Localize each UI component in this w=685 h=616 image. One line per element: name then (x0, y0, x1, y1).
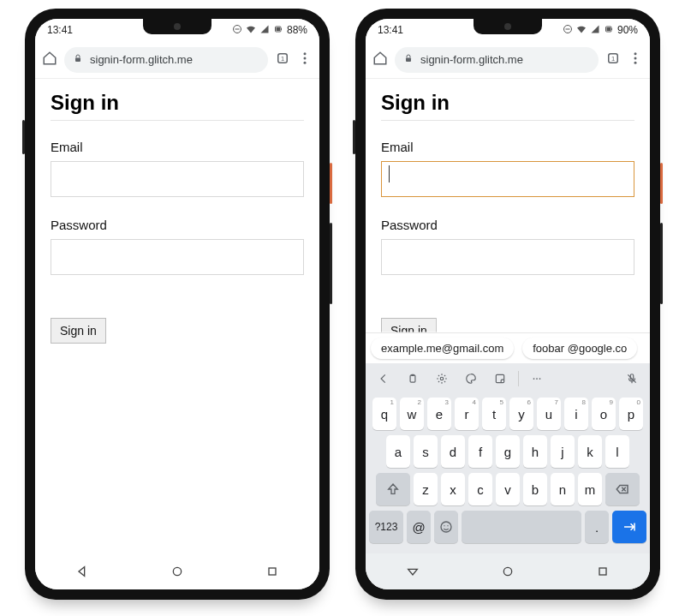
key-h[interactable]: h (523, 435, 547, 468)
recents-icon[interactable] (265, 565, 279, 578)
key-n[interactable]: n (551, 473, 575, 505)
key-d[interactable]: d (441, 435, 465, 468)
chevron-left-icon[interactable] (371, 367, 396, 391)
side-button-accent[interactable] (330, 163, 332, 204)
clipboard-icon[interactable] (400, 367, 426, 391)
email-field[interactable] (381, 161, 634, 197)
home-nav-icon[interactable] (501, 565, 515, 578)
suggestion-chip[interactable]: example.me@gmail.com (371, 338, 514, 359)
password-field[interactable] (51, 239, 304, 275)
more-icon[interactable] (524, 367, 550, 391)
notch (474, 19, 542, 34)
lock-icon (73, 53, 83, 66)
battery-percent: 88% (287, 24, 307, 36)
power-button[interactable] (353, 120, 355, 154)
screen: 13:41 88% signin-form.glitch.me 1 (35, 19, 319, 589)
shift-key[interactable] (376, 473, 410, 505)
svg-rect-12 (269, 568, 276, 575)
key-e[interactable]: e3 (427, 398, 451, 430)
key-c[interactable]: c (468, 473, 492, 505)
key-m[interactable]: m (578, 473, 602, 505)
volume-button[interactable] (330, 223, 332, 304)
key-w[interactable]: w2 (400, 398, 424, 430)
key-k[interactable]: k (578, 435, 602, 468)
keyboard-row-1: q1w2e3r4t5y6u7i8o9p0 (369, 398, 646, 430)
home-icon[interactable] (372, 51, 388, 69)
ime-overlay: example.me@gmail.com foobar @google.co q… (366, 332, 650, 553)
svg-point-9 (304, 57, 307, 59)
svg-rect-3 (281, 28, 282, 30)
address-bar[interactable]: signin-form.glitch.me (64, 47, 268, 73)
at-key[interactable]: @ (407, 511, 431, 543)
keyboard-row-2: asdfghjkl (369, 435, 646, 468)
gear-icon[interactable] (429, 367, 455, 391)
signal-icon (590, 24, 600, 37)
key-p[interactable]: p0 (619, 398, 643, 430)
address-bar[interactable]: signin-form.glitch.me (395, 47, 599, 73)
suggestion-chip[interactable]: foobar @google.co (522, 338, 637, 359)
key-b[interactable]: b (523, 473, 547, 505)
signal-icon (259, 24, 270, 37)
svg-point-29 (536, 378, 538, 380)
key-f[interactable]: f (468, 435, 492, 468)
sticker-icon[interactable] (487, 367, 513, 391)
key-q[interactable]: q1 (372, 398, 396, 430)
power-button[interactable] (22, 120, 25, 154)
dnd-icon (563, 24, 573, 37)
key-j[interactable]: j (551, 435, 575, 468)
password-field[interactable] (381, 239, 634, 275)
recents-icon[interactable] (596, 565, 610, 578)
back-icon[interactable] (406, 565, 420, 578)
svg-point-26 (440, 377, 444, 380)
period-key[interactable]: . (585, 511, 609, 543)
key-t[interactable]: t5 (482, 398, 506, 430)
svg-rect-37 (599, 568, 606, 575)
battery-percent: 90% (617, 24, 638, 36)
key-a[interactable]: a (386, 435, 410, 468)
space-key[interactable] (462, 511, 581, 543)
key-x[interactable]: x (441, 473, 465, 505)
keyboard-toolbar (366, 363, 650, 394)
volume-button[interactable] (660, 223, 663, 304)
key-u[interactable]: u7 (537, 398, 561, 430)
svg-point-23 (634, 61, 637, 63)
tabs-icon[interactable]: 1 (605, 51, 621, 69)
sign-in-button[interactable]: Sign in (51, 318, 106, 344)
phone-right: 13:41 90% signin-form.glitch.me 1 (355, 9, 660, 600)
key-r[interactable]: r4 (455, 398, 479, 430)
screen: 13:41 90% signin-form.glitch.me 1 (366, 19, 650, 589)
svg-point-10 (304, 61, 307, 63)
email-field[interactable] (51, 161, 304, 197)
password-label: Password (381, 218, 634, 232)
backspace-key[interactable] (605, 473, 640, 505)
key-g[interactable]: g (496, 435, 520, 468)
tabs-icon[interactable]: 1 (275, 51, 290, 69)
key-y[interactable]: y6 (509, 398, 533, 430)
page-title: Sign in (381, 91, 634, 121)
svg-rect-25 (411, 374, 414, 376)
key-l[interactable]: l (605, 435, 629, 468)
emoji-key[interactable] (434, 511, 458, 543)
system-nav-bar (366, 553, 650, 589)
home-nav-icon[interactable] (170, 565, 184, 578)
enter-key[interactable] (612, 511, 646, 543)
svg-point-11 (173, 567, 181, 575)
symbols-key[interactable]: ?123 (369, 511, 403, 543)
key-z[interactable]: z (414, 473, 438, 505)
svg-rect-24 (410, 375, 415, 382)
key-v[interactable]: v (496, 473, 520, 505)
svg-point-28 (533, 378, 535, 380)
key-i[interactable]: i8 (564, 398, 588, 430)
mic-off-icon[interactable] (619, 367, 645, 391)
palette-icon[interactable] (458, 367, 484, 391)
key-o[interactable]: o9 (592, 398, 616, 430)
url-text: signin-form.glitch.me (90, 53, 193, 66)
side-button-accent[interactable] (660, 163, 663, 204)
url-text: signin-form.glitch.me (420, 53, 523, 66)
menu-icon[interactable] (297, 51, 313, 69)
svg-rect-18 (406, 58, 411, 63)
menu-icon[interactable] (628, 51, 643, 69)
back-icon[interactable] (75, 565, 89, 578)
key-s[interactable]: s (414, 435, 438, 468)
home-icon[interactable] (42, 51, 57, 69)
